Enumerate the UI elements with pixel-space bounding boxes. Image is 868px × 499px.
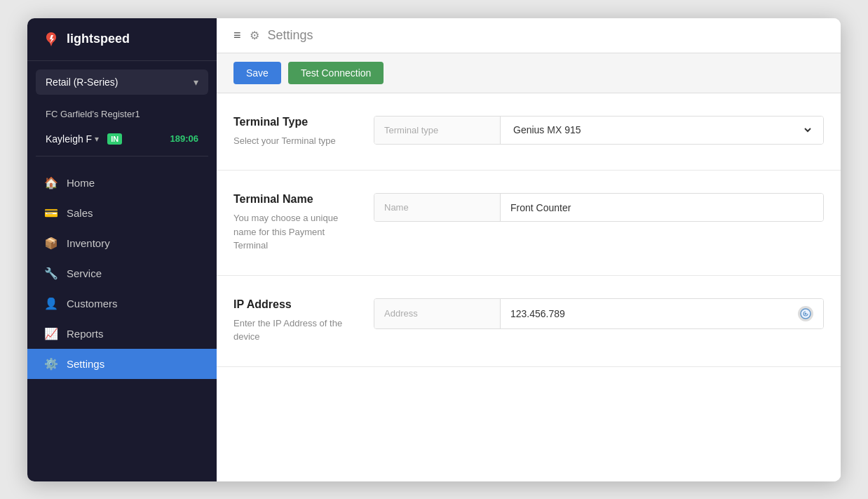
terminal-name-input[interactable] — [510, 202, 813, 213]
terminal-name-section: Terminal Name You may choose a unique na… — [217, 171, 841, 276]
sidebar-item-customers[interactable]: 👤 Customers — [27, 288, 217, 319]
service-icon: 🔧 — [44, 267, 58, 280]
nav-items: 🏠 Home 💳 Sales 📦 Inventory 🔧 Service 👤 — [27, 157, 217, 481]
ip-address-field-value — [501, 299, 823, 328]
page-title: Settings — [268, 28, 313, 43]
terminal-type-section: Terminal Type Select your Terminal type … — [217, 93, 841, 171]
app-window: lightspeed Retail (R-Series) ▾ FC Garfie… — [27, 18, 841, 481]
terminal-name-field-value — [501, 194, 823, 221]
sidebar-logo: lightspeed — [27, 18, 217, 61]
terminal-type-label: Terminal Type Select your Terminal type — [233, 116, 374, 148]
sidebar-item-home[interactable]: 🏠 Home — [27, 168, 217, 198]
terminal-name-desc: You may choose a unique name for this Pa… — [233, 211, 357, 253]
store-selector[interactable]: Retail (R-Series) ▾ — [36, 69, 208, 95]
sidebar-item-inventory[interactable]: 📦 Inventory — [27, 228, 217, 258]
test-connection-button[interactable]: Test Connection — [288, 62, 384, 84]
user-name-label: Kayleigh F — [46, 133, 92, 145]
ip-address-label: IP Address Enter the IP Address of the d… — [233, 298, 374, 344]
ip-address-icon — [798, 306, 813, 321]
terminal-name-label: Terminal Name You may choose a unique na… — [233, 193, 374, 253]
user-time: 189:06 — [170, 133, 198, 144]
sidebar-item-settings[interactable]: ⚙️ Settings — [27, 349, 217, 379]
terminal-type-fields: Terminal type Genius MX 915 Genius MX 92… — [374, 116, 824, 148]
hamburger-icon[interactable]: ≡ — [233, 28, 241, 43]
lightspeed-logo-icon — [41, 29, 61, 49]
user-status-badge: IN — [107, 133, 122, 145]
header-gear-icon: ⚙ — [250, 29, 259, 42]
terminal-name-title: Terminal Name — [233, 193, 357, 206]
terminal-type-desc: Select your Terminal type — [233, 134, 357, 148]
user-row: Kayleigh F ▾ IN 189:06 — [36, 128, 208, 157]
reports-icon: 📈 — [44, 327, 58, 340]
settings-icon: ⚙️ — [44, 357, 58, 371]
ip-address-desc: Enter the IP Address of the device — [233, 317, 357, 344]
store-selector-chevron: ▾ — [194, 76, 198, 88]
register-label: FC Garfield's Register1 — [46, 109, 140, 119]
sidebar-item-service[interactable]: 🔧 Service — [27, 258, 217, 288]
sidebar-item-sales-label: Sales — [67, 207, 93, 219]
user-name-group[interactable]: Kayleigh F ▾ IN — [46, 133, 122, 145]
terminal-type-field-value: Genius MX 915 Genius MX 925 Other — [501, 117, 823, 144]
app-container: lightspeed Retail (R-Series) ▾ FC Garfie… — [27, 18, 841, 481]
sidebar-item-sales[interactable]: 💳 Sales — [27, 198, 217, 228]
settings-body: Terminal Type Select your Terminal type … — [217, 93, 841, 481]
sidebar-item-customers-label: Customers — [67, 298, 118, 310]
ip-address-fields: Address — [374, 298, 824, 344]
ip-address-field-label: Address — [374, 299, 501, 328]
terminal-name-field-group: Name — [374, 193, 824, 222]
sidebar-item-reports[interactable]: 📈 Reports — [27, 319, 217, 349]
ip-address-input[interactable] — [510, 308, 792, 319]
user-chevron: ▾ — [95, 134, 99, 144]
sidebar-item-reports-label: Reports — [67, 328, 104, 340]
inventory-icon: 📦 — [44, 237, 58, 250]
main-content: ≡ ⚙ Settings Save Test Connection Termin… — [217, 18, 841, 481]
sales-icon: 💳 — [44, 206, 58, 220]
sidebar-item-home-label: Home — [67, 177, 95, 189]
top-bar: ≡ ⚙ Settings — [217, 18, 841, 53]
terminal-type-title: Terminal Type — [233, 116, 357, 128]
ip-address-title: IP Address — [233, 298, 357, 311]
sidebar-item-inventory-label: Inventory — [67, 237, 110, 249]
terminal-type-select[interactable]: Genius MX 915 Genius MX 925 Other — [510, 124, 813, 136]
sidebar-item-settings-label: Settings — [67, 358, 104, 370]
save-button[interactable]: Save — [233, 62, 281, 84]
home-icon: 🏠 — [44, 176, 58, 189]
svg-point-1 — [805, 312, 807, 314]
ip-address-field-group: Address — [374, 298, 824, 329]
terminal-name-field-label: Name — [374, 194, 501, 221]
store-selector-label: Retail (R-Series) — [46, 76, 118, 88]
terminal-name-fields: Name — [374, 193, 824, 253]
terminal-type-field-group: Terminal type Genius MX 915 Genius MX 92… — [374, 116, 824, 145]
terminal-type-field-label: Terminal type — [374, 117, 501, 144]
sidebar-item-service-label: Service — [67, 267, 102, 279]
toolbar: Save Test Connection — [217, 53, 841, 93]
register-info: FC Garfield's Register1 — [36, 103, 208, 128]
customers-icon: 👤 — [44, 297, 58, 310]
sidebar: lightspeed Retail (R-Series) ▾ FC Garfie… — [27, 18, 217, 481]
logo-text: lightspeed — [67, 32, 130, 46]
ip-address-section: IP Address Enter the IP Address of the d… — [217, 276, 841, 367]
